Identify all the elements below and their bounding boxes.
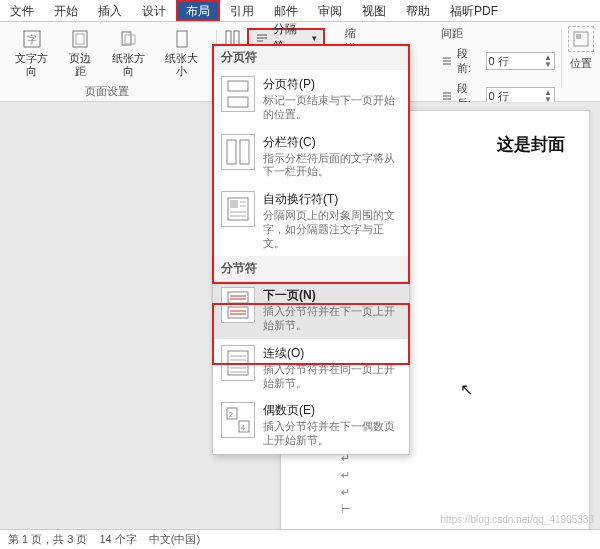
page-breaks-header: 分页符	[213, 45, 409, 70]
size-icon	[171, 28, 193, 50]
menu-item-desc: 插入分节符并在同一页上开始新节。	[263, 363, 401, 391]
status-bar: 第 1 页，共 3 页 14 个字 中文(中国)	[0, 529, 600, 549]
menu-item-title: 下一页(N)	[263, 287, 401, 304]
text-direction-icon: 字	[21, 28, 43, 50]
spacing-before-input[interactable]: 0 行 ▲▼	[486, 52, 556, 70]
tab-home[interactable]: 开始	[44, 0, 88, 21]
svg-rect-21	[228, 97, 248, 107]
margins-button[interactable]: 页边距	[60, 26, 101, 79]
before-label: 段前:	[457, 46, 482, 76]
tab-foxit[interactable]: 福昕PDF	[440, 0, 508, 21]
chevron-down-icon: ▾	[312, 33, 317, 43]
menu-item-continuous[interactable]: 连续(O) 插入分节符并在同一页上开始新节。	[213, 339, 409, 397]
text-direction-button[interactable]: 字 文字方向	[6, 26, 58, 79]
tab-references[interactable]: 引用	[220, 0, 264, 21]
menu-item-desc: 指示分栏符后面的文字将从下一栏开始。	[263, 152, 401, 180]
spacing-label: 间距	[441, 26, 555, 41]
menu-item-title: 分栏符(C)	[263, 134, 401, 151]
spacing-after-icon	[441, 90, 453, 102]
tab-design[interactable]: 设计	[132, 0, 176, 21]
tab-strip: 文件 开始 插入 设计 布局 引用 邮件 审阅 视图 帮助 福昕PDF	[0, 0, 600, 22]
tab-view[interactable]: 视图	[352, 0, 396, 21]
margins-icon	[69, 28, 91, 50]
svg-rect-30	[228, 292, 248, 303]
tab-insert[interactable]: 插入	[88, 0, 132, 21]
svg-text:字: 字	[27, 34, 37, 45]
next-page-icon	[221, 287, 255, 323]
svg-rect-4	[122, 32, 131, 45]
even-page-icon: 24	[221, 402, 255, 438]
svg-rect-20	[228, 81, 248, 91]
svg-text:4: 4	[241, 424, 245, 431]
separator	[561, 30, 562, 88]
menu-item-title: 自动换行符(T)	[263, 191, 401, 208]
text-wrap-icon	[221, 191, 255, 227]
spin-buttons-icon: ▲▼	[544, 54, 552, 68]
page-setup-group-label: 页面设置	[81, 83, 133, 100]
tab-file[interactable]: 文件	[0, 0, 44, 21]
svg-rect-6	[177, 31, 187, 47]
tab-layout[interactable]: 布局	[176, 0, 220, 21]
menu-item-desc: 分隔网页上的对象周围的文字，如分隔题注文字与正文。	[263, 209, 401, 250]
svg-rect-23	[240, 140, 249, 164]
menu-item-title: 偶数页(E)	[263, 402, 401, 419]
menu-item-even-page[interactable]: 24 偶数页(E) 插入分节符并在下一偶数页上开始新节。	[213, 396, 409, 454]
orientation-icon	[117, 28, 139, 50]
page-break-icon	[221, 76, 255, 112]
mouse-cursor-icon: ↖	[460, 380, 473, 399]
size-button[interactable]: 纸张大小	[156, 26, 208, 79]
status-page[interactable]: 第 1 页，共 3 页	[8, 532, 87, 547]
breaks-icon	[255, 31, 269, 45]
position-icon	[568, 26, 594, 52]
watermark: https://blog.csdn.net/qq_41905333	[441, 514, 594, 525]
continuous-icon	[221, 345, 255, 381]
svg-rect-19	[576, 34, 581, 39]
orientation-button[interactable]: 纸张方向	[102, 26, 154, 79]
svg-rect-5	[125, 35, 135, 44]
svg-rect-22	[227, 140, 236, 164]
menu-item-desc: 插入分节符并在下一偶数页上开始新节。	[263, 420, 401, 448]
svg-text:2: 2	[229, 411, 233, 418]
page-title: 这是封面	[497, 133, 565, 156]
position-button[interactable]: 位置	[570, 56, 592, 71]
status-language[interactable]: 中文(中国)	[149, 532, 200, 547]
status-word-count[interactable]: 14 个字	[99, 532, 136, 547]
tab-mail[interactable]: 邮件	[264, 0, 308, 21]
menu-item-column-break[interactable]: 分栏符(C) 指示分栏符后面的文字将从下一栏开始。	[213, 128, 409, 186]
menu-item-text-wrap[interactable]: 自动换行符(T) 分隔网页上的对象周围的文字，如分隔题注文字与正文。	[213, 185, 409, 256]
menu-item-page-break[interactable]: 分页符(P) 标记一页结束与下一页开始的位置。	[213, 70, 409, 128]
menu-item-desc: 插入分节符并在下一页上开始新节。	[263, 305, 401, 333]
menu-item-title: 连续(O)	[263, 345, 401, 362]
spacing-before-icon	[441, 55, 453, 67]
svg-rect-3	[76, 34, 84, 44]
svg-rect-25	[230, 200, 238, 208]
menu-item-title: 分页符(P)	[263, 76, 401, 93]
svg-rect-2	[73, 31, 87, 47]
breaks-dropdown-panel: 分页符 分页符(P) 标记一页结束与下一页开始的位置。 分栏符(C) 指示分栏符…	[212, 44, 410, 455]
menu-item-desc: 标记一页结束与下一页开始的位置。	[263, 94, 401, 122]
tab-help[interactable]: 帮助	[396, 0, 440, 21]
menu-item-next-page[interactable]: 下一页(N) 插入分节符并在下一页上开始新节。	[213, 281, 409, 339]
spin-buttons-icon: ▲▼	[544, 89, 552, 103]
svg-rect-33	[228, 307, 248, 318]
section-breaks-header: 分节符	[213, 256, 409, 281]
svg-rect-36	[228, 351, 248, 375]
tab-review[interactable]: 审阅	[308, 0, 352, 21]
column-break-icon	[221, 134, 255, 170]
